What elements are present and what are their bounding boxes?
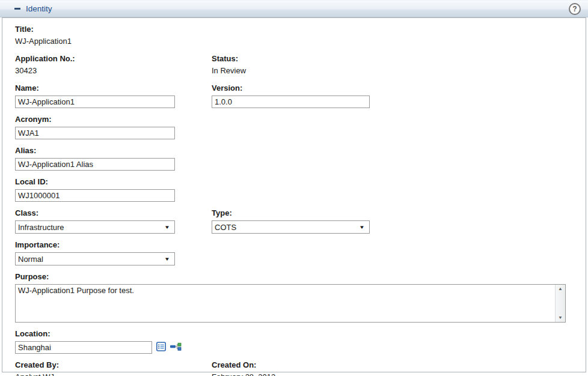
appno-status-row: Application No.: 30423 Status: In Review (15, 47, 586, 77)
textarea-scrollbar[interactable]: ▲ ▼ (555, 285, 565, 322)
identity-form-panel: Title: WJ-Application1 Application No.: … (2, 17, 586, 372)
class-type-row: Class: Infrastructure ▼ Type: COTS ▼ (15, 202, 586, 234)
importance-label: Importance: (15, 240, 586, 249)
section-title: Identity (26, 4, 52, 13)
purpose-textarea-wrap: WJ-Application1 Purpose for test. ▲ ▼ (15, 284, 566, 323)
alias-input[interactable] (15, 158, 175, 171)
class-label: Class: (15, 208, 212, 217)
location-label: Location: (15, 329, 586, 338)
created-on-value: February 28, 2013 (212, 372, 586, 376)
application-no-label: Application No.: (15, 54, 212, 63)
created-on-label: Created On: (212, 360, 586, 369)
created-row: Created By: Analyst WJ Created On: Febru… (15, 354, 586, 376)
alias-label: Alias: (15, 146, 586, 155)
hierarchy-tree-icon (170, 342, 182, 353)
version-input[interactable] (212, 96, 370, 108)
class-select[interactable]: Infrastructure (15, 220, 175, 234)
scroll-up-icon[interactable]: ▲ (558, 287, 563, 291)
name-label: Name: (15, 83, 212, 92)
status-value: In Review (212, 66, 586, 75)
list-icon (156, 342, 166, 353)
location-list-picker-button[interactable] (156, 342, 166, 353)
purpose-textarea[interactable]: WJ-Application1 Purpose for test. (15, 284, 566, 323)
status-label: Status: (212, 54, 586, 63)
importance-select[interactable]: Normal (15, 252, 175, 265)
class-select-wrap: Infrastructure ▼ (15, 220, 175, 234)
application-no-value: 30423 (15, 66, 212, 75)
location-input[interactable] (15, 341, 152, 354)
location-hierarchy-picker-button[interactable] (170, 342, 182, 353)
local-id-input[interactable] (15, 189, 175, 202)
title-label: Title: (15, 25, 586, 34)
title-value: WJ-Application1 (15, 37, 586, 46)
type-select[interactable]: COTS (212, 220, 370, 234)
acronym-input[interactable] (15, 127, 175, 139)
created-by-label: Created By: (15, 360, 212, 369)
local-id-label: Local ID: (15, 177, 586, 186)
importance-select-wrap: Normal ▼ (15, 252, 175, 265)
name-version-row: Name: Version: (15, 77, 586, 108)
identity-section-header[interactable]: Identity ? (0, 0, 588, 17)
type-select-wrap: COTS ▼ (212, 220, 370, 234)
acronym-label: Acronym: (15, 115, 586, 124)
purpose-label: Purpose: (15, 272, 586, 281)
help-icon[interactable]: ? (569, 3, 581, 15)
created-by-value: Analyst WJ (15, 372, 212, 376)
collapse-minus-icon[interactable] (14, 8, 20, 10)
type-label: Type: (212, 208, 586, 217)
name-input[interactable] (15, 96, 175, 108)
scroll-down-icon[interactable]: ▼ (558, 315, 563, 320)
location-row (15, 341, 586, 354)
version-label: Version: (212, 83, 586, 92)
identity-page: Identity ? Title: WJ-Application1 Applic… (0, 0, 588, 372)
